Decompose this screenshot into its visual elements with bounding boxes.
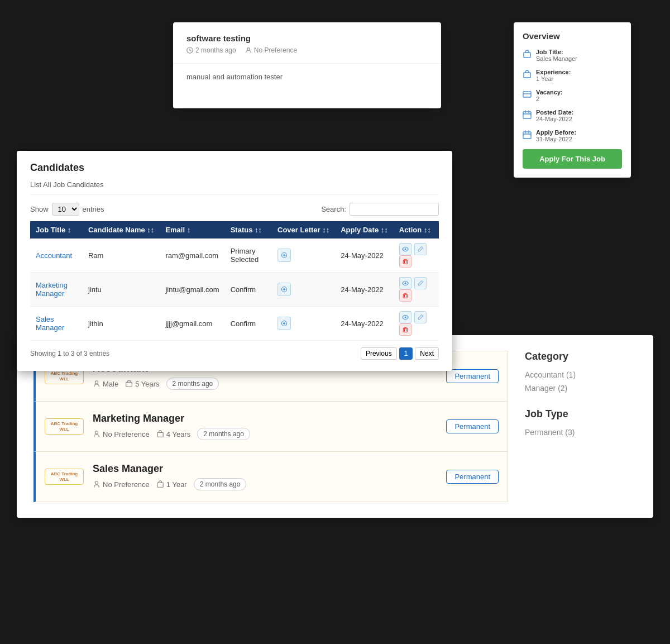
cell-email: jintu@gmail.com — [160, 273, 224, 307]
cell-action — [394, 238, 439, 273]
cell-cover-letter — [272, 273, 335, 307]
col-status[interactable]: Status ↕↕ — [225, 221, 272, 238]
svg-rect-24 — [157, 483, 164, 487]
edit-button[interactable] — [414, 311, 427, 323]
view-cover-letter-button[interactable] — [277, 317, 291, 330]
overview-apply-before: Apply Before: 31-May-2022 — [523, 129, 622, 142]
search-box: Search: — [321, 203, 439, 216]
table-row: Accountant Ram ram@gmail.com Primary Sel… — [30, 238, 439, 273]
job-description: manual and automation tester — [173, 64, 441, 108]
overview-job-title-value: Sales Manager — [536, 55, 577, 62]
delete-button[interactable] — [399, 323, 411, 336]
overview-panel: Overview Job Title: Sales Manager Experi… — [514, 22, 631, 178]
listings-main: ABC Trading WLL Accountant Male 5 Years … — [34, 351, 508, 502]
cell-job-title: Accountant — [30, 238, 83, 273]
col-job-title[interactable]: Job Title ↕ — [30, 221, 83, 238]
experience-meta: 1 Year — [156, 480, 187, 489]
time-badge: 2 months ago — [197, 428, 250, 440]
col-cover-letter[interactable]: Cover Letter ↕↕ — [272, 221, 335, 238]
job-type-link[interactable]: Permanent (3) — [525, 428, 636, 437]
job-card-content: Marketing Manager No Preference 4 Years … — [84, 413, 446, 440]
svg-point-12 — [283, 288, 285, 290]
candidates-table: Job Title ↕ Candidate Name ↕↕ Email ↕ St… — [30, 221, 439, 341]
briefcase-icon — [523, 50, 532, 59]
gender-icon — [93, 430, 100, 438]
calendar-icon — [523, 110, 532, 119]
apply-for-job-button[interactable]: Apply For This Job — [523, 149, 622, 169]
table-controls: Show 10 25 50 entries Search: — [30, 203, 439, 216]
job-detail-title: software testing — [186, 34, 428, 43]
job-detail-preference: No Preference — [245, 46, 297, 54]
job-title-link[interactable]: Marketing Manager — [36, 281, 68, 298]
overview-job-title: Job Title: Sales Manager — [523, 49, 622, 62]
svg-point-21 — [95, 431, 98, 434]
overview-posted-date-value: 24-May-2022 — [536, 116, 573, 122]
job-type-button[interactable]: Permanent — [446, 369, 499, 383]
time-badge: 2 months ago — [166, 378, 219, 390]
pagination-info: Showing 1 to 3 of 3 entries Previous 1 N… — [30, 347, 439, 360]
company-logo: ABC Trading WLL — [45, 469, 84, 485]
job-type-badge-container: Permanent — [446, 369, 499, 383]
edit-button[interactable] — [414, 277, 427, 289]
category-link[interactable]: Accountant (1) — [525, 370, 636, 379]
svg-rect-10 — [403, 260, 408, 264]
cell-email: ram@gmail.com — [160, 238, 224, 273]
job-card-content: Sales Manager No Preference 1 Year 2 mon… — [84, 463, 446, 490]
company-logo: ABC Trading WLL — [45, 418, 84, 435]
edit-button[interactable] — [414, 243, 427, 255]
job-title-link[interactable]: Sales Manager — [36, 315, 64, 332]
job-card: ABC Trading WLL Marketing Manager No Pre… — [34, 401, 508, 451]
svg-rect-20 — [126, 382, 132, 387]
job-title-link[interactable]: Accountant — [36, 251, 72, 260]
svg-point-23 — [95, 481, 98, 484]
view-button[interactable] — [399, 243, 411, 255]
job-detail-panel: software testing 2 months ago No Prefere… — [173, 22, 441, 108]
cell-status: Confirm — [225, 273, 272, 307]
cell-apply-date: 24-May-2022 — [335, 307, 394, 341]
cell-cover-letter — [272, 238, 335, 273]
col-apply-date[interactable]: Apply Date ↕↕ — [335, 221, 394, 238]
svg-rect-22 — [157, 432, 164, 437]
clock-icon — [186, 47, 193, 54]
col-email[interactable]: Email ↕ — [160, 221, 224, 238]
prev-page-button[interactable]: Previous — [361, 347, 397, 360]
view-button[interactable] — [399, 311, 411, 323]
gender-meta: Male — [93, 380, 118, 388]
job-card-meta: No Preference 1 Year 2 months ago — [93, 478, 437, 490]
delete-button[interactable] — [399, 289, 411, 302]
job-detail-meta: 2 months ago No Preference — [186, 46, 428, 54]
search-input[interactable] — [350, 203, 439, 216]
job-type-heading: Job Type — [525, 408, 636, 420]
col-action[interactable]: Action ↕↕ — [394, 221, 439, 238]
overview-vacancy-value: 2 — [536, 96, 563, 102]
experience-icon — [523, 70, 532, 79]
current-page-button[interactable]: 1 — [399, 347, 413, 360]
cell-candidate-name: jithin — [83, 307, 160, 341]
gender-meta: No Preference — [93, 480, 150, 489]
cell-candidate-name: Ram — [83, 238, 160, 273]
view-cover-letter-button[interactable] — [277, 249, 291, 262]
company-logo-text: ABC Trading WLL — [45, 469, 84, 485]
view-cover-letter-button[interactable] — [277, 283, 291, 296]
cell-job-title: Sales Manager — [30, 307, 83, 341]
delete-button[interactable] — [399, 255, 411, 268]
view-button[interactable] — [399, 277, 411, 289]
col-candidate-name[interactable]: Candidate Name ↕↕ — [83, 221, 160, 238]
cell-apply-date: 24-May-2022 — [335, 273, 394, 307]
job-type-button[interactable]: Permanent — [446, 470, 499, 484]
svg-rect-14 — [403, 294, 408, 298]
entries-select[interactable]: 10 25 50 — [52, 203, 79, 216]
svg-point-8 — [283, 254, 285, 256]
table-row: Sales Manager jithin jjjj@gmail.com Conf… — [30, 307, 439, 341]
job-card-title: Marketing Manager — [93, 413, 437, 424]
cell-candidate-name: jintu — [83, 273, 160, 307]
svg-rect-3 — [524, 73, 530, 78]
apply-before-icon — [523, 130, 532, 139]
job-type-button[interactable]: Permanent — [446, 419, 499, 433]
experience-meta-icon — [125, 380, 133, 388]
next-page-button[interactable]: Next — [415, 347, 439, 360]
job-card-meta: No Preference 4 Years 2 months ago — [93, 428, 437, 440]
candidates-subheader: List All Job Candidates — [30, 180, 439, 195]
category-link[interactable]: Manager (2) — [525, 384, 636, 393]
job-detail-time: 2 months ago — [186, 46, 236, 54]
